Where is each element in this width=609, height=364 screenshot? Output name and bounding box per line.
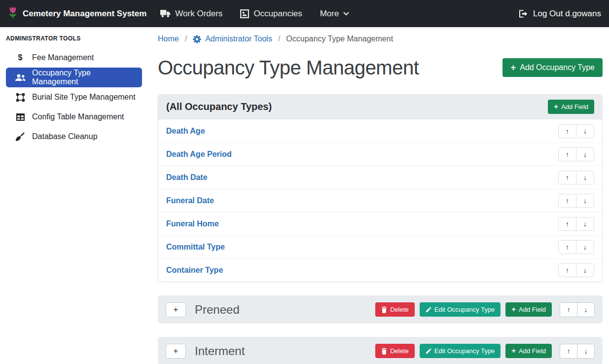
sidebar-item-label: Config Table Management: [32, 112, 124, 121]
brand[interactable]: Cemetery Management System: [8, 6, 146, 21]
section-title: Interment: [195, 344, 375, 358]
delete-label: Delete: [390, 306, 409, 313]
gear-icon: [193, 35, 201, 43]
field-link[interactable]: Death Date: [166, 173, 208, 182]
nav-occupancies[interactable]: Occupancies: [240, 9, 302, 19]
sidebar-item-fee-management[interactable]: $ Fee Management: [6, 48, 142, 68]
move-up-button[interactable]: ↑: [560, 302, 577, 317]
move-down-button[interactable]: ↓: [576, 194, 594, 208]
edit-occupancy-type-button[interactable]: Edit Occupancy Type: [420, 302, 501, 317]
nav-work-orders[interactable]: Work Orders: [160, 9, 222, 19]
breadcrumb: Home / Administrator Tool: [158, 33, 603, 45]
expand-section-button[interactable]: +: [166, 344, 186, 359]
move-down-button[interactable]: ↓: [576, 147, 594, 161]
nav-more-label: More: [320, 9, 339, 19]
section-actions: Delete Edit Occupancy Type + Add Field ↑: [375, 302, 595, 317]
delete-label: Delete: [390, 347, 409, 355]
move-down-button[interactable]: ↓: [576, 217, 594, 231]
sidebar-item-burial-site-type-management[interactable]: Burial Site Type Management: [6, 87, 142, 107]
move-up-button[interactable]: ↑: [558, 124, 576, 138]
field-row: Funeral Home ↑ ↓: [158, 212, 602, 235]
logout-link[interactable]: Log Out d.gowans: [519, 9, 601, 19]
sidebar-item-config-table-management[interactable]: Config Table Management: [6, 107, 142, 127]
plus-icon: +: [174, 305, 178, 314]
move-down-button[interactable]: ↓: [577, 344, 595, 359]
move-down-button[interactable]: ↓: [576, 171, 594, 184]
occupancy-type-section: + Preneed Delete: [158, 295, 603, 324]
add-occupancy-type-button[interactable]: + Add Occupancy Type: [502, 58, 603, 77]
breadcrumb-home-link[interactable]: Home: [158, 35, 179, 43]
sidebar-item-label: Occupancy Type Management: [32, 69, 138, 86]
arrow-down-icon: ↓: [583, 127, 587, 135]
move-up-button[interactable]: ↑: [558, 171, 576, 184]
breadcrumb-separator: /: [185, 35, 187, 43]
field-link[interactable]: Death Age: [166, 127, 205, 136]
section-actions: Delete Edit Occupancy Type + Add Field ↑: [375, 344, 595, 359]
move-up-button[interactable]: ↑: [558, 240, 576, 254]
delete-occupancy-type-button[interactable]: Delete: [375, 302, 415, 317]
field-row: Committal Type ↑ ↓: [158, 235, 602, 258]
table-icon: [15, 113, 26, 121]
move-up-button[interactable]: ↑: [560, 344, 577, 359]
arrow-up-icon: ↑: [566, 266, 569, 274]
reorder-buttons: ↑ ↓: [558, 171, 594, 184]
plus-icon: +: [174, 347, 178, 356]
logout-icon: [519, 10, 529, 18]
move-down-button[interactable]: ↓: [576, 240, 594, 254]
reorder-buttons: ↑ ↓: [558, 217, 594, 231]
edit-occupancy-type-button[interactable]: Edit Occupancy Type: [420, 344, 501, 358]
sidebar-item-occupancy-type-management[interactable]: Occupancy Type Management: [6, 68, 142, 87]
arrow-up-icon: ↑: [566, 174, 569, 182]
tulip-logo-icon: [8, 6, 18, 21]
add-field-button[interactable]: + Add Field: [505, 344, 552, 358]
edit-label: Edit Occupancy Type: [434, 306, 495, 313]
breadcrumb-admin-tools-link[interactable]: Administrator Tools: [193, 35, 272, 43]
arrow-up-icon: ↑: [566, 197, 569, 205]
plus-icon: +: [511, 306, 516, 313]
reorder-buttons: ↑ ↓: [558, 263, 594, 277]
delete-occupancy-type-button[interactable]: Delete: [375, 344, 415, 358]
field-row: Death Age Period ↑ ↓: [158, 143, 602, 166]
broom-icon: [15, 132, 26, 141]
reorder-buttons: ↑ ↓: [560, 344, 595, 359]
arrow-up-icon: ↑: [566, 243, 569, 251]
expand-section-button[interactable]: +: [166, 302, 186, 317]
field-link[interactable]: Funeral Home: [166, 219, 219, 228]
nav-more[interactable]: More: [320, 9, 350, 19]
sidebar-item-label: Fee Management: [32, 53, 94, 62]
truck-icon: [160, 9, 171, 18]
move-up-button[interactable]: ↑: [558, 217, 576, 231]
nav-work-orders-label: Work Orders: [175, 9, 222, 19]
reorder-buttons: ↑ ↓: [558, 194, 594, 208]
move-up-button[interactable]: ↑: [558, 263, 576, 277]
reorder-buttons: ↑ ↓: [558, 240, 594, 254]
add-field-button[interactable]: + Add Field: [505, 302, 552, 317]
arrow-up-icon: ↑: [566, 150, 569, 158]
field-link[interactable]: Death Age Period: [166, 150, 232, 159]
field-link[interactable]: Committal Type: [166, 243, 225, 252]
move-down-button[interactable]: ↓: [576, 124, 594, 138]
arrow-down-icon: ↓: [583, 150, 587, 158]
plus-icon: +: [510, 63, 516, 72]
trash-icon: [381, 306, 387, 313]
arrow-up-icon: ↑: [566, 220, 569, 228]
arrow-down-icon: ↓: [583, 197, 587, 205]
page-title: Occupancy Type Management: [158, 56, 419, 79]
field-link[interactable]: Container Type: [166, 266, 223, 275]
move-down-button[interactable]: ↓: [577, 302, 595, 317]
move-up-button[interactable]: ↑: [558, 147, 576, 161]
add-field-button[interactable]: + Add Field: [548, 100, 594, 114]
sidebar-heading: Administrator Tools: [0, 31, 148, 48]
arrow-down-icon: ↓: [583, 174, 587, 182]
breadcrumb-admin-tools-label: Administrator Tools: [205, 35, 272, 43]
move-down-button[interactable]: ↓: [576, 263, 594, 277]
sidebar-item-database-cleanup[interactable]: Database Cleanup: [6, 127, 142, 146]
reorder-buttons: ↑ ↓: [558, 124, 594, 138]
pencil-icon: [426, 307, 431, 313]
occupancy-type-section: + Interment Delete: [158, 337, 603, 364]
field-rows: Death Age ↑ ↓ Death Age Period ↑ ↓ Death…: [158, 119, 602, 282]
arrow-down-icon: ↓: [584, 306, 588, 314]
arrow-down-icon: ↓: [584, 347, 588, 355]
move-up-button[interactable]: ↑: [558, 194, 576, 208]
field-link[interactable]: Funeral Date: [166, 196, 214, 205]
